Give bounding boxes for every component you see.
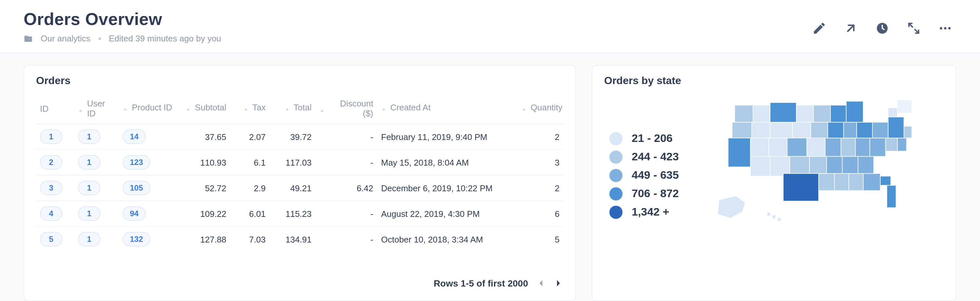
id-pill[interactable]: 5 xyxy=(40,232,62,247)
fullscreen-icon[interactable] xyxy=(907,21,921,35)
col-header-product[interactable]: Product ID xyxy=(119,93,178,124)
table-row[interactable]: 2 1 123 110.93 6.1 117.03 - May 15, 2018… xyxy=(36,149,563,175)
folder-icon xyxy=(24,34,33,43)
svg-rect-16 xyxy=(792,122,811,138)
svg-rect-20 xyxy=(857,122,872,138)
svg-rect-19 xyxy=(843,122,857,138)
id-pill[interactable]: 4 xyxy=(40,207,62,221)
user-pill[interactable]: 1 xyxy=(78,232,100,247)
cell-created: August 22, 2019, 4:30 PM xyxy=(377,201,517,226)
col-header-tax[interactable]: Tax xyxy=(230,93,270,124)
us-choropleth-map[interactable] xyxy=(691,93,944,231)
edit-status: Edited 39 minutes ago by you xyxy=(109,34,221,43)
page-title: Orders Overview xyxy=(24,9,221,30)
svg-point-49 xyxy=(767,212,771,216)
id-pill[interactable]: 2 xyxy=(40,155,62,170)
cell-qty: 2 xyxy=(517,124,563,149)
cell-discount: - xyxy=(315,124,377,149)
user-pill[interactable]: 1 xyxy=(78,181,100,195)
table-row[interactable]: 4 1 94 109.22 6.01 115.23 - August 22, 2… xyxy=(36,201,563,226)
legend-item: 449 - 635 xyxy=(609,169,679,182)
orders-card-title: Orders xyxy=(36,75,563,87)
chevron-right-icon[interactable] xyxy=(554,279,562,287)
table-header-row: ID User ID Product ID Subtotal Tax Total… xyxy=(36,93,563,124)
cell-discount: - xyxy=(315,226,377,252)
cell-total: 39.72 xyxy=(270,124,315,149)
legend-label: 1,342 + xyxy=(632,206,669,219)
product-pill[interactable]: 105 xyxy=(123,181,150,195)
svg-rect-28 xyxy=(807,138,825,157)
col-header-discount[interactable]: Discount ($) xyxy=(315,93,377,124)
more-dots-icon[interactable] xyxy=(938,21,953,35)
svg-rect-10 xyxy=(846,101,863,122)
legend-label: 449 - 635 xyxy=(632,169,679,182)
svg-rect-39 xyxy=(827,157,842,173)
table-row[interactable]: 1 1 14 37.65 2.07 39.72 - February 11, 2… xyxy=(36,124,563,149)
table-row[interactable]: 5 1 132 127.88 7.03 134.91 - October 10,… xyxy=(36,226,563,252)
table-pager: Rows 1-5 of first 2000 xyxy=(36,275,563,288)
share-arrow-icon[interactable] xyxy=(843,21,858,35)
col-header-id[interactable]: ID xyxy=(36,93,74,124)
svg-rect-40 xyxy=(842,157,858,173)
header-meta: Our analytics Edited 39 minutes ago by y… xyxy=(24,34,221,43)
svg-rect-27 xyxy=(787,138,807,157)
svg-point-3 xyxy=(948,27,950,29)
col-header-total[interactable]: Total xyxy=(270,93,315,124)
user-pill[interactable]: 1 xyxy=(78,155,100,170)
legend-item: 706 - 872 xyxy=(609,187,679,200)
svg-rect-6 xyxy=(770,102,796,122)
map-legend: 21 - 206 244 - 423 449 - 635 706 - 872 xyxy=(609,132,679,219)
col-header-user[interactable]: User ID xyxy=(74,93,119,124)
svg-rect-33 xyxy=(886,138,897,151)
cell-qty: 2 xyxy=(517,175,563,201)
user-pill[interactable]: 1 xyxy=(78,130,100,144)
product-pill[interactable]: 94 xyxy=(123,207,146,221)
cell-discount: 6.42 xyxy=(315,175,377,201)
svg-rect-7 xyxy=(796,105,813,122)
svg-rect-26 xyxy=(769,138,787,157)
cell-created: May 15, 2018, 8:04 AM xyxy=(377,149,517,175)
collection-name[interactable]: Our analytics xyxy=(41,34,91,43)
cell-subtotal: 52.72 xyxy=(178,175,230,201)
svg-rect-30 xyxy=(841,138,855,157)
svg-rect-4 xyxy=(735,105,753,122)
cell-subtotal: 127.88 xyxy=(178,226,230,252)
sort-caret-icon xyxy=(243,105,248,110)
cell-tax: 2.9 xyxy=(230,175,270,201)
cell-tax: 7.03 xyxy=(230,226,270,252)
cell-subtotal: 37.65 xyxy=(178,124,230,149)
svg-rect-45 xyxy=(849,173,863,191)
svg-rect-29 xyxy=(825,138,841,157)
cell-qty: 5 xyxy=(517,226,563,252)
sort-caret-icon xyxy=(381,105,387,110)
id-pill[interactable]: 3 xyxy=(40,181,62,195)
chevron-left-icon[interactable] xyxy=(537,279,545,287)
svg-rect-23 xyxy=(904,126,912,138)
col-header-created[interactable]: Created At xyxy=(377,93,517,124)
id-pill[interactable]: 1 xyxy=(40,130,62,144)
pencil-icon[interactable] xyxy=(812,21,827,35)
legend-item: 244 - 423 xyxy=(609,150,679,163)
svg-rect-9 xyxy=(830,105,846,122)
legend-swatch-icon xyxy=(609,187,622,200)
svg-point-51 xyxy=(777,218,781,221)
legend-label: 244 - 423 xyxy=(632,150,679,163)
product-pill[interactable]: 123 xyxy=(123,155,150,170)
map-card-title: Orders by state xyxy=(604,75,944,87)
cell-created: October 10, 2018, 3:34 AM xyxy=(377,226,517,252)
svg-rect-18 xyxy=(828,122,843,138)
svg-point-2 xyxy=(944,27,946,29)
svg-rect-43 xyxy=(819,173,834,191)
col-header-qty[interactable]: Quantity xyxy=(517,93,563,124)
product-pill[interactable]: 132 xyxy=(123,232,150,247)
cell-total: 134.91 xyxy=(270,226,315,252)
svg-rect-14 xyxy=(752,122,770,138)
cell-tax: 2.07 xyxy=(230,124,270,149)
col-header-subtotal[interactable]: Subtotal xyxy=(178,93,230,124)
product-pill[interactable]: 14 xyxy=(123,130,146,144)
user-pill[interactable]: 1 xyxy=(78,207,100,221)
clock-icon[interactable] xyxy=(875,21,889,35)
svg-rect-35 xyxy=(751,157,770,176)
cell-qty: 3 xyxy=(517,149,563,175)
table-row[interactable]: 3 1 105 52.72 2.9 49.21 6.42 December 6,… xyxy=(36,175,563,201)
